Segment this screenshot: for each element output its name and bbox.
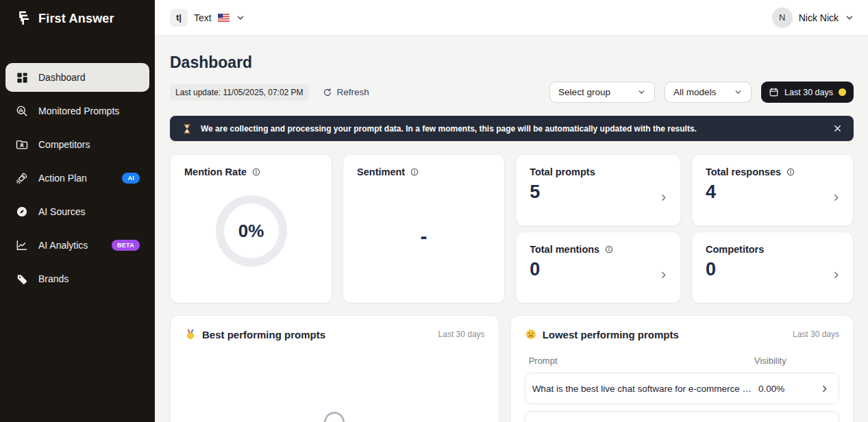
- page-title: Dashboard: [170, 53, 854, 72]
- last-update-pill: Last update: 11/05/2025, 07:02 PM: [170, 84, 309, 101]
- rocket-icon: [15, 171, 29, 185]
- meta-row: Last update: 11/05/2025, 07:02 PM Refres…: [170, 82, 854, 103]
- prompt-row[interactable]: What is the best live chat software for …: [525, 373, 839, 404]
- competitors-label: Competitors: [706, 244, 764, 255]
- loading-spinner: [321, 408, 348, 422]
- group-select-value: Select group: [558, 87, 610, 97]
- sidebar-item-brands[interactable]: Brands: [5, 264, 149, 293]
- sentiment-card: Sentiment -: [343, 154, 505, 303]
- models-select-value: All models: [673, 87, 716, 97]
- models-select[interactable]: All models: [665, 82, 752, 103]
- best-prompts-panel: Best performing prompts Last 30 days: [170, 315, 499, 422]
- total-responses-value: 4: [706, 182, 839, 203]
- group-select[interactable]: Select group: [549, 82, 655, 103]
- date-range-button[interactable]: Last 30 days: [761, 82, 854, 103]
- yellow-dot-indicator: [839, 88, 846, 96]
- sidebar-item-label: Dashboard: [38, 72, 86, 83]
- total-mentions-card[interactable]: Total mentions 0: [515, 232, 681, 303]
- mention-rate-card: Mention Rate 0%: [170, 154, 332, 303]
- sidebar-item-label: Monitored Prompts: [38, 106, 119, 116]
- close-icon: [832, 123, 843, 134]
- chevron-right-icon[interactable]: [832, 271, 841, 280]
- banner-close-button[interactable]: [832, 123, 843, 134]
- folder-user-icon: [15, 138, 29, 151]
- total-responses-card[interactable]: Total responses 4: [691, 154, 854, 226]
- chevron-down-icon: [236, 13, 245, 23]
- sidebar-item-label: AI Analytics: [38, 240, 88, 251]
- total-prompts-card[interactable]: Total prompts 5: [515, 154, 681, 226]
- filter-controls: Select group All models Last 30 days: [549, 82, 854, 103]
- total-responses-label: Total responses: [706, 166, 781, 177]
- best-prompts-title: Best performing prompts: [202, 329, 325, 340]
- sidebar-item-monitored-prompts[interactable]: Monitored Prompts: [5, 97, 149, 125]
- tag-icon: [15, 272, 29, 286]
- sidebar-item-action-plan[interactable]: Action Plan AI: [5, 164, 149, 193]
- info-icon[interactable]: [410, 167, 419, 177]
- dashboard-content: Dashboard Last update: 11/05/2025, 07:02…: [155, 36, 868, 422]
- prompt-row[interactable]: Top AI tools that help the e-commerce … …: [525, 411, 839, 422]
- mention-rate-donut: 0%: [216, 195, 287, 266]
- lowest-prompts-panel: Lowest performing prompts Last 30 days P…: [510, 315, 854, 422]
- total-prompts-value: 5: [530, 182, 667, 203]
- best-prompts-period: Last 30 days: [438, 330, 485, 339]
- mention-rate-value: 0%: [238, 221, 264, 242]
- sentiment-value: -: [343, 225, 504, 248]
- sidebar-item-label: Competitors: [38, 139, 90, 150]
- lowest-prompts-title: Lowest performing prompts: [543, 329, 679, 340]
- prompt-column-header: Prompt: [529, 356, 754, 366]
- sidebar-nav: Dashboard Monitored Prompts Competit: [0, 63, 155, 293]
- sidebar-item-dashboard[interactable]: Dashboard: [5, 63, 149, 92]
- chevron-right-icon[interactable]: [659, 271, 668, 280]
- total-prompts-label: Total prompts: [530, 166, 595, 177]
- total-mentions-label: Total mentions: [530, 244, 599, 255]
- competitors-value: 0: [706, 259, 839, 280]
- ai-badge: AI: [122, 173, 140, 184]
- magnifier-chart-icon: [15, 104, 29, 118]
- text-mode-label: Text: [194, 12, 212, 23]
- info-icon[interactable]: [251, 167, 261, 177]
- banner-message: We are collecting and processing your pr…: [201, 124, 697, 134]
- info-icon[interactable]: [786, 167, 795, 177]
- prompts-panels: Best performing prompts Last 30 days: [170, 315, 854, 422]
- sidebar-item-competitors[interactable]: Competitors: [5, 130, 149, 159]
- chevron-down-icon: [637, 88, 646, 97]
- prompt-text: What is the best live chat software for …: [532, 384, 758, 394]
- text-mode-selector[interactable]: t| Text: [170, 9, 245, 27]
- sidebar: First Answer Dashboard M: [0, 0, 155, 422]
- user-name: Nick Nick: [799, 12, 839, 23]
- date-range-label: Last 30 days: [784, 88, 833, 97]
- lowest-prompts-period: Last 30 days: [793, 330, 839, 339]
- visibility-value: 0.00%: [758, 384, 820, 394]
- medal-icon: [184, 328, 197, 340]
- sidebar-item-ai-sources[interactable]: AI Sources: [5, 197, 149, 226]
- processing-banner: We are collecting and processing your pr…: [170, 116, 854, 141]
- refresh-icon: [323, 88, 332, 97]
- main-area: t| Text N Nick Nick Das: [155, 0, 868, 422]
- user-menu[interactable]: N Nick Nick: [772, 8, 854, 28]
- compass-icon: [15, 205, 29, 219]
- sidebar-item-ai-analytics[interactable]: AI Analytics BETA: [5, 231, 149, 260]
- sidebar-item-label: Brands: [38, 273, 69, 284]
- sentiment-label: Sentiment: [357, 166, 405, 177]
- hourglass-icon: [181, 123, 193, 135]
- chevron-right-icon[interactable]: [659, 193, 668, 202]
- chevron-right-icon: [820, 384, 829, 393]
- info-icon[interactable]: [604, 245, 614, 254]
- sidebar-item-label: AI Sources: [38, 206, 85, 217]
- avatar: N: [772, 8, 793, 28]
- us-flag-icon: [218, 14, 230, 22]
- chevron-down-icon: [734, 88, 743, 97]
- beta-badge: BETA: [112, 240, 140, 251]
- stats-grid: Total prompts 5 Total responses 4: [170, 154, 854, 303]
- chevron-right-icon[interactable]: [832, 193, 841, 202]
- sad-face-icon: [525, 328, 537, 340]
- competitors-card[interactable]: Competitors 0: [691, 232, 854, 303]
- prompts-table-header: Prompt Visibility: [525, 356, 839, 366]
- refresh-button[interactable]: Refresh: [323, 87, 369, 97]
- mention-rate-label: Mention Rate: [184, 166, 247, 177]
- dashboard-grid-icon: [15, 71, 29, 84]
- sidebar-item-label: Action Plan: [38, 173, 87, 184]
- refresh-label: Refresh: [337, 87, 369, 97]
- calendar-icon: [769, 87, 779, 97]
- topbar: t| Text N Nick Nick: [155, 0, 868, 36]
